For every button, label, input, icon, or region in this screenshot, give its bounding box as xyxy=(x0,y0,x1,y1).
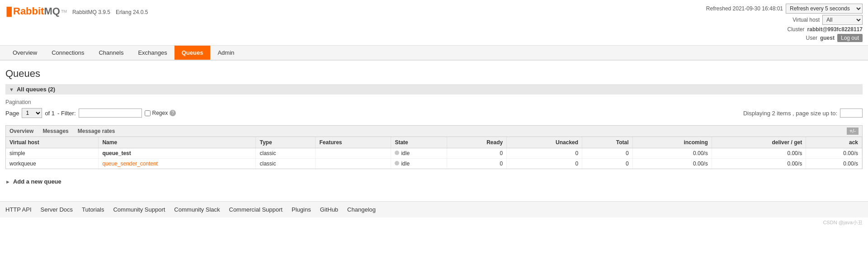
vhost-row: Virtual host All simple workqueue xyxy=(706,15,863,25)
nav-item-connections[interactable]: Connections xyxy=(44,46,91,60)
nav-item-overview[interactable]: Overview xyxy=(5,46,44,60)
cell-ack: 0.00/s xyxy=(806,159,862,169)
footer-link-community-support[interactable]: Community Support xyxy=(113,206,165,213)
cell-total: 0 xyxy=(582,159,633,169)
pagination-left: Page 1 of 1 - Filter: Regex ? xyxy=(5,108,176,118)
regex-help-icon: ? xyxy=(170,110,176,116)
cell-vhost: simple xyxy=(6,148,99,159)
plusminus-button[interactable]: +/- xyxy=(847,128,859,135)
of-label: of 1 xyxy=(45,110,55,117)
refreshed-label: Refreshed 2021-09-30 16:48:01 xyxy=(706,5,783,12)
cluster-row: Cluster rabbit@993fc8228117 xyxy=(706,26,863,33)
cell-features xyxy=(316,148,391,159)
displaying-label: Displaying 2 items , page size up to: xyxy=(743,110,837,117)
footer-link-http-api[interactable]: HTTP API xyxy=(5,206,32,213)
logo: ▮ RabbitMQTM xyxy=(5,4,67,19)
watermark: CSDN @java小丑 xyxy=(0,217,868,228)
version-info: RabbitMQ 3.9.5 Erlang 24.0.5 xyxy=(72,9,148,15)
cell-unacked: 0 xyxy=(507,159,582,169)
erlang-version: Erlang 24.0.5 xyxy=(116,9,148,15)
logout-button[interactable]: Log out xyxy=(837,34,863,42)
nav-item-exchanges[interactable]: Exchanges xyxy=(131,46,174,60)
top-right: Refreshed 2021-09-30 16:48:01 Refresh ev… xyxy=(706,4,863,43)
logo-tm: TM xyxy=(61,9,67,14)
queues-table: Virtual host Name Type Features State Re… xyxy=(6,137,862,169)
page-label: Page xyxy=(5,110,19,117)
cell-unacked: 0 xyxy=(507,148,582,159)
nav-item-admin[interactable]: Admin xyxy=(210,46,241,60)
footer-link-tutorials[interactable]: Tutorials xyxy=(82,206,104,213)
cell-ready: 0 xyxy=(447,159,507,169)
cell-name[interactable]: queue_test xyxy=(99,148,256,159)
pagination-right: Displaying 2 items , page size up to: 10… xyxy=(743,109,863,118)
cell-type: classic xyxy=(256,159,316,169)
filter-label: - Filter: xyxy=(57,110,75,117)
state-dot-icon xyxy=(395,161,399,165)
col-state: State xyxy=(391,137,447,148)
footer: HTTP API Server Docs Tutorials Community… xyxy=(0,201,868,217)
logo-icon: ▮ xyxy=(5,4,12,19)
cell-deliver-get: 0.00/s xyxy=(712,159,806,169)
regex-label: Regex ? xyxy=(145,110,176,116)
all-queues-section-header[interactable]: ▼ All queues (2) xyxy=(5,84,863,94)
user-label: User xyxy=(806,35,817,41)
footer-link-github[interactable]: GitHub xyxy=(320,206,338,213)
cell-deliver-get: 0.00/s xyxy=(712,148,806,159)
nav-item-channels[interactable]: Channels xyxy=(91,46,131,60)
nav-item-queues[interactable]: Queues xyxy=(175,46,211,60)
table-row: workqueue queue_sender_content classic i… xyxy=(6,159,862,169)
cell-name[interactable]: queue_sender_content xyxy=(99,159,256,169)
col-type: Type xyxy=(256,137,316,148)
col-ack: ack xyxy=(806,137,862,148)
regex-text: Regex xyxy=(152,110,168,116)
add-queue-arrow-icon: ► xyxy=(5,179,10,184)
col-name: Name xyxy=(99,137,256,148)
refresh-row: Refreshed 2021-09-30 16:48:01 Refresh ev… xyxy=(706,4,863,14)
pagination-label: Pagination xyxy=(5,99,863,105)
table-header-row: Virtual host Name Type Features State Re… xyxy=(6,137,862,148)
queue-name-link[interactable]: queue_sender_content xyxy=(102,161,158,167)
section-title: All queues (2) xyxy=(17,86,55,93)
cluster-value: rabbit@993fc8228117 xyxy=(807,26,863,33)
queue-name-link[interactable]: queue_test xyxy=(102,150,131,156)
footer-link-server-docs[interactable]: Server Docs xyxy=(41,206,73,213)
footer-link-plugins[interactable]: Plugins xyxy=(292,206,311,213)
page-select[interactable]: 1 xyxy=(22,108,42,118)
cluster-label: Cluster xyxy=(788,26,805,33)
user-row: User guest Log out xyxy=(706,34,863,42)
page-size-input[interactable]: 100 xyxy=(840,109,863,118)
cell-total: 0 xyxy=(582,148,633,159)
logo-area: ▮ RabbitMQTM RabbitMQ 3.9.5 Erlang 24.0.… xyxy=(5,4,148,19)
state-dot-icon xyxy=(395,151,399,155)
page-title: Queues xyxy=(5,68,863,80)
footer-link-community-slack[interactable]: Community Slack xyxy=(174,206,220,213)
filter-input[interactable] xyxy=(79,109,142,118)
section-arrow-icon: ▼ xyxy=(9,87,14,92)
cell-features xyxy=(316,159,391,169)
cell-state: idle xyxy=(391,148,447,159)
table-section-header: Overview Messages Message rates +/- xyxy=(6,126,862,137)
cell-vhost: workqueue xyxy=(6,159,99,169)
group-overview-label: Overview xyxy=(9,128,33,134)
add-queue-section[interactable]: ► Add a new queue xyxy=(5,176,863,187)
cell-ready: 0 xyxy=(447,148,507,159)
col-total: Total xyxy=(582,137,633,148)
cell-type: classic xyxy=(256,148,316,159)
vhost-select[interactable]: All simple workqueue xyxy=(822,15,863,25)
col-virtual-host: Virtual host xyxy=(6,137,99,148)
add-queue-label: Add a new queue xyxy=(13,178,61,185)
table-row: simple queue_test classic idle 0 0 0 0.0… xyxy=(6,148,862,159)
table-body: simple queue_test classic idle 0 0 0 0.0… xyxy=(6,148,862,169)
pagination-row: Page 1 of 1 - Filter: Regex ? Displaying… xyxy=(5,108,863,118)
cell-incoming: 0.00/s xyxy=(632,148,712,159)
col-unacked: Unacked xyxy=(507,137,582,148)
col-deliver-get: deliver / get xyxy=(712,137,806,148)
refresh-select[interactable]: Refresh every 5 seconds Refresh every 10… xyxy=(786,4,863,14)
footer-link-changelog[interactable]: Changelog xyxy=(347,206,376,213)
col-ready: Ready xyxy=(447,137,507,148)
group-messages-label: Messages xyxy=(42,128,68,134)
footer-link-commercial-support[interactable]: Commercial Support xyxy=(229,206,283,213)
page-content: Queues ▼ All queues (2) Pagination Page … xyxy=(0,61,868,201)
regex-checkbox[interactable] xyxy=(145,110,151,116)
table-groups: Overview Messages Message rates xyxy=(9,128,115,134)
